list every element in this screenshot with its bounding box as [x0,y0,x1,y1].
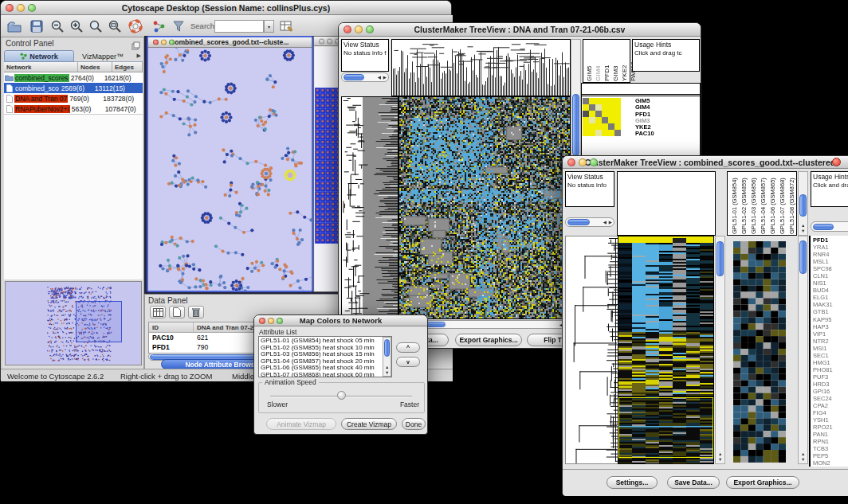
scroll-left-icon[interactable]: ◀ [603,221,607,225]
col-network[interactable]: Network [4,62,78,72]
summary-heatmap-cell[interactable] [614,98,621,104]
close-icon[interactable] [344,25,351,33]
summary-heatmap-cell[interactable] [608,98,614,104]
minimize-icon[interactable] [268,318,274,324]
summary-heatmap-cell[interactable] [595,130,602,136]
summary-heatmap-cell[interactable] [583,123,589,130]
summary-heatmap-cell[interactable] [608,104,614,111]
gene-label[interactable]: NIS1 [813,279,848,287]
gene-label[interactable]: MAK31 [813,301,848,308]
gene-label[interactable]: YSH1 [813,416,848,424]
minimize-icon[interactable] [161,40,167,45]
gene-label[interactable]: MSI1 [813,345,848,352]
gene-label-list[interactable]: PFD1YRA1RNR4MSL1SPC98CLN1NIS1BUD4ELG1MAK… [809,236,848,467]
summary-heatmap-cell[interactable] [583,117,589,123]
move-up-button[interactable]: ^ [396,342,420,353]
summary-heatmap-cell[interactable] [608,123,614,130]
summary-heatmap-cell[interactable] [589,98,595,104]
gene-label[interactable]: TCB3 [813,445,848,452]
new-attribute-icon[interactable] [169,306,185,318]
scrollbar-thumb[interactable] [572,94,579,156]
network-table-header[interactable]: Network Nodes Edges [4,62,143,72]
gene-label[interactable]: MSL1 [813,258,848,265]
search-dropdown-icon[interactable]: ▾ [264,20,274,33]
close-icon[interactable] [567,158,575,166]
summary-heatmap-cell[interactable] [589,104,595,111]
row-dendrogram-canvas[interactable] [565,236,618,464]
summary-heatmap-cell[interactable] [602,104,608,111]
scroll-up-icon[interactable]: ▲ [385,365,389,370]
tab-vizmapper[interactable]: VizMapper™ [74,50,132,62]
close-icon[interactable] [153,40,159,45]
scrollbar-thumb[interactable] [716,241,724,276]
close-icon[interactable] [259,318,265,324]
gene-label[interactable]: ELG1 [813,294,848,301]
gene-label[interactable]: RPN1 [813,438,848,445]
scroll-up-icon[interactable]: ▲ [718,452,722,457]
gene-label[interactable]: PAN1 [813,431,848,438]
scroll-right-icon[interactable]: ▶ [609,221,612,225]
minimize-icon[interactable] [579,158,587,166]
close-icon[interactable] [319,38,324,44]
minimize-icon[interactable] [355,25,363,33]
summary-heatmap-cell[interactable] [614,123,621,130]
maximize-icon[interactable] [366,25,374,33]
summary-heatmap-cell[interactable] [595,111,602,117]
zoom-heatmap-canvas[interactable] [733,241,786,463]
gene-label[interactable]: PUF3 [813,373,848,381]
dialog-button[interactable]: Create Vizmap [341,418,397,430]
minimize-icon[interactable] [327,38,332,44]
summary-heatmap-cell[interactable] [589,130,595,136]
gene-label[interactable]: SEC24 [813,395,848,402]
attribute-list[interactable]: GPL51-01 (GSM854) heat shock 05 minGPL51… [258,336,392,377]
gene-label[interactable]: VIP1 [813,330,848,338]
gene-label[interactable]: CLN1 [813,272,848,279]
treeview-button[interactable]: Export Graphics... [455,334,522,346]
gene-label[interactable]: KAP95 [813,316,848,323]
gene-label[interactable]: BUD4 [813,287,848,294]
scrollbar-thumb[interactable] [799,240,807,274]
labels-vscrollbar[interactable]: ▲ ▼ [798,171,808,236]
heatmap-vscrollbar[interactable]: ▲ ▼ [715,236,725,464]
gene-label[interactable]: HAP3 [813,323,848,330]
scroll-down-icon[interactable]: ▼ [385,371,389,376]
gene-label[interactable]: NTR2 [813,338,848,345]
move-down-button[interactable]: v [396,357,420,367]
gene-label[interactable]: HRD3 [813,381,848,388]
treeview-button[interactable]: Save Data... [667,476,720,489]
summary-heatmap-cell[interactable] [602,117,608,123]
speed-slider-thumb[interactable] [337,391,346,400]
dialog-button[interactable]: Animate Vizmap [266,418,336,430]
summary-heatmap-cell[interactable] [583,98,589,104]
gene-label[interactable]: RNR4 [813,251,848,258]
attribute-list-vscrollbar[interactable]: ▲ ▼ [383,337,391,377]
main-titlebar[interactable]: Cytoscape Desktop (Session Name: collins… [1,1,451,15]
network-overview[interactable] [5,281,142,365]
summary-heatmap-cell[interactable] [583,104,589,111]
dialog-button[interactable]: Done [402,418,426,430]
zoom-out-icon[interactable] [49,18,66,35]
scroll-left-icon[interactable]: ◀ [378,76,381,80]
zoom-fit-icon[interactable] [106,18,124,35]
search-input[interactable] [214,20,264,33]
select-attributes-icon[interactable] [150,306,166,318]
summary-heatmap-cell[interactable] [602,98,608,104]
zoom-in-icon[interactable] [68,18,85,35]
col-edges[interactable]: Edges [112,62,143,72]
scroll-up-icon[interactable]: ▲ [801,224,805,229]
gene-label[interactable]: RPO21 [813,424,848,431]
column-dendrogram-canvas[interactable] [391,39,571,96]
scrollbar-thumb[interactable] [384,339,390,357]
scroll-down-icon[interactable]: ▼ [718,458,722,463]
treeview-button[interactable]: Settings... [607,476,658,489]
summary-heatmap-cell[interactable] [614,130,621,136]
table-report-icon[interactable] [278,18,296,35]
treeview1-titlebar[interactable]: ClusterMaker TreeView : DNA and Tran 07-… [339,23,701,37]
scroll-down-icon[interactable]: ▼ [801,229,805,234]
summary-heatmap-cell[interactable] [614,111,621,117]
network-list-row[interactable]: DNA and Tran 07769(0)183728(0) [4,93,143,104]
maximize-icon[interactable] [590,158,598,166]
summary-heatmap-cell[interactable] [602,123,608,130]
network-canvas[interactable] [148,48,312,291]
summary-heatmap-cell[interactable] [583,130,589,136]
